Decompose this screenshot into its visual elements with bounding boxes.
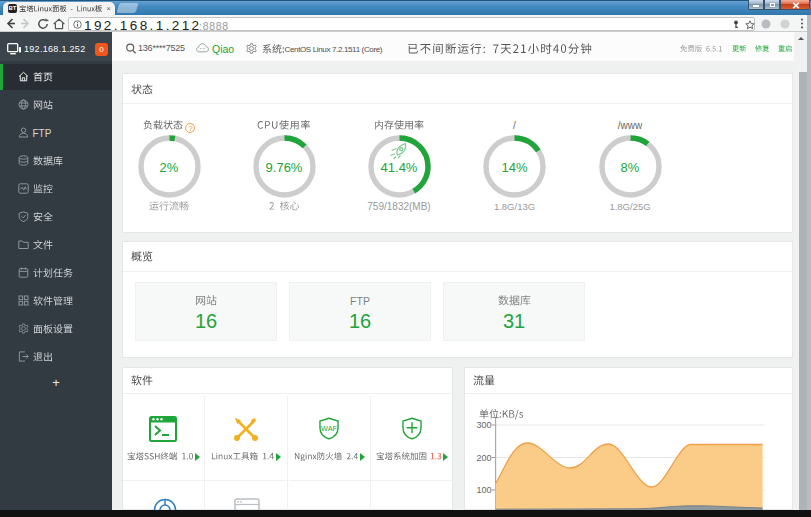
svg-text:WAF: WAF — [321, 424, 337, 433]
